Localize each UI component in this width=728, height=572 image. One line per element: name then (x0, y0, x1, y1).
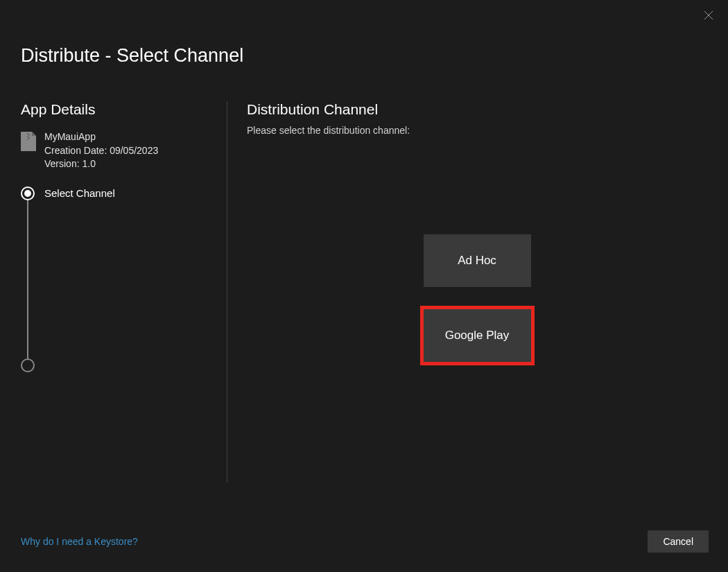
step-label: Select Channel (44, 187, 115, 199)
svg-rect-4 (27, 136, 28, 137)
app-creation-date: Creation Date: 09/05/2023 (44, 144, 158, 158)
distribution-channel-subtext: Please select the distribution channel: (247, 125, 707, 136)
app-info: MyMauiApp Creation Date: 09/05/2023 Vers… (21, 130, 213, 171)
app-version: Version: 1.0 (44, 157, 158, 171)
right-panel: Distribution Channel Please select the d… (227, 101, 707, 483)
step-circle-active-icon (21, 187, 35, 200)
adhoc-button[interactable]: Ad Hoc (424, 234, 531, 287)
svg-rect-6 (27, 139, 28, 140)
cancel-button[interactable]: Cancel (648, 530, 709, 553)
svg-rect-2 (27, 133, 28, 135)
close-icon (704, 10, 713, 20)
step-end-circle-icon (21, 358, 35, 372)
svg-rect-5 (28, 137, 30, 139)
archive-file-icon (21, 132, 36, 151)
distribution-channel-heading: Distribution Channel (247, 101, 707, 118)
svg-rect-3 (28, 135, 30, 136)
app-details-heading: App Details (21, 101, 213, 118)
keystore-help-link[interactable]: Why do I need a Keystore? (21, 536, 138, 547)
stepper: Select Channel (21, 187, 213, 372)
step-connector-line (27, 200, 28, 358)
page-title: Distribute - Select Channel (0, 0, 728, 67)
step-select-channel: Select Channel (21, 187, 213, 200)
google-play-button[interactable]: Google Play (424, 309, 531, 362)
app-name: MyMauiApp (44, 130, 158, 144)
close-button[interactable] (702, 8, 716, 22)
left-panel: App Details MyMauiApp Creation Date: 09/… (21, 101, 227, 483)
